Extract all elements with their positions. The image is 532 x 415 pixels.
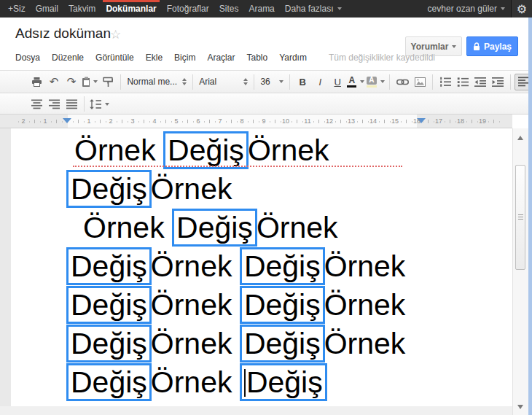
star-icon[interactable]: ☆	[110, 27, 121, 42]
document-title[interactable]: Adsız doküman	[15, 26, 111, 42]
ruler-tick	[434, 121, 434, 123]
paint-format-button[interactable]	[99, 74, 117, 90]
align-right-button[interactable]	[45, 96, 63, 112]
scroll-up-arrow-icon[interactable]	[517, 136, 523, 140]
decrease-indent-button[interactable]	[472, 74, 489, 90]
toolbar-separator	[510, 74, 511, 90]
print-button[interactable]	[28, 74, 45, 90]
bulleted-list-icon	[457, 77, 469, 88]
settings-button[interactable]: ⚙	[511, 0, 532, 18]
ruler-number: 3	[130, 117, 134, 125]
doc-line: DeğişÖrnek DeğişÖrnek	[67, 286, 405, 325]
align-center-icon	[31, 99, 42, 109]
doc-line: DeğişÖrnek	[67, 170, 405, 209]
ruler-tick	[215, 121, 216, 123]
insert-link-button[interactable]	[394, 74, 411, 90]
undo-button[interactable]: ↶	[45, 74, 63, 90]
highlight-color-icon: A	[367, 77, 377, 88]
google-top-bar: +SizGmailTakvimDokümanlarFotoğraflarSite…	[0, 0, 532, 18]
line-spacing-icon	[90, 99, 101, 109]
font-size-select[interactable]: 36	[258, 77, 286, 87]
ruler-tick	[335, 121, 336, 123]
share-button[interactable]: Paylaş	[466, 36, 518, 56]
paragraph-style-select[interactable]: Normal me...	[125, 77, 189, 87]
topbar-item-foto-raflar[interactable]: Fotoğraflar	[162, 0, 214, 18]
topbar-item-sites[interactable]: Sites	[214, 0, 244, 18]
insert-image-button[interactable]	[411, 74, 429, 90]
toolbar-separator	[120, 74, 121, 90]
bold-button[interactable]: B	[294, 74, 311, 90]
font-size-value: 36	[260, 77, 275, 87]
lock-icon	[473, 42, 480, 51]
ruler-number: 2	[109, 117, 112, 125]
ruler-tick	[40, 121, 41, 123]
font-family-select[interactable]: Arial	[197, 77, 250, 87]
menu-ara-lar[interactable]: Araçlar	[207, 53, 235, 63]
menu-d-zenle[interactable]: Düzenle	[52, 53, 84, 63]
topbar-item-daha-fazlas[interactable]: Daha fazlası	[280, 0, 347, 18]
topbar-item-gmail[interactable]: Gmail	[31, 0, 63, 18]
menu-yard-m[interactable]: Yardım	[279, 53, 307, 63]
scrollbar[interactable]	[512, 128, 528, 415]
find-match-box: Değiş	[66, 363, 152, 401]
ruler-tick	[499, 121, 500, 123]
chevron-down-icon	[105, 103, 109, 106]
underline-button[interactable]: U	[329, 74, 346, 90]
ruler-tick	[292, 121, 292, 123]
chevron-down-icon	[501, 7, 505, 10]
scroll-down-arrow-icon[interactable]	[517, 405, 523, 409]
menu-bi-im[interactable]: Biçim	[174, 53, 195, 63]
italic-button[interactable]: I	[311, 74, 329, 90]
link-icon	[396, 78, 409, 86]
text-run: Örnek	[151, 365, 240, 399]
highlight-color-button[interactable]: A	[366, 74, 386, 90]
align-center-button[interactable]	[28, 96, 45, 112]
account-menu[interactable]: cevher ozan güler	[422, 0, 511, 18]
ruler-tick	[187, 120, 188, 123]
topbar-item-arama[interactable]: Arama	[243, 0, 279, 18]
menu-dosya[interactable]: Dosya	[15, 53, 40, 63]
scrollbar-thumb[interactable]	[515, 165, 525, 270]
font-family-value: Arial	[199, 77, 238, 87]
increase-indent-button[interactable]	[489, 74, 506, 90]
ruler-tick	[237, 121, 238, 123]
justify-button[interactable]	[63, 96, 80, 112]
topbar-item-siz[interactable]: +Siz	[3, 0, 31, 18]
ruler-tick	[401, 121, 402, 123]
ruler-number: 9	[262, 117, 265, 125]
menu-ekle[interactable]: Ekle	[146, 53, 163, 63]
doc-line: Örnek DeğişÖrnek	[67, 209, 405, 247]
topbar-item-takvim[interactable]: Takvim	[63, 0, 101, 18]
menu-g-r-nt-le[interactable]: Görüntüle	[95, 53, 134, 63]
text-color-button[interactable]: A	[346, 74, 365, 90]
redo-button[interactable]: ↷	[63, 74, 80, 90]
numbered-list-button[interactable]	[437, 74, 454, 90]
document-page[interactable]: Örnek DeğişÖrnekDeğişÖrnekÖrnek DeğişÖrn…	[11, 128, 512, 415]
ruler-tick	[193, 121, 194, 123]
ruler-tick	[253, 120, 254, 123]
ruler-tick	[379, 121, 380, 123]
toolbar-separator	[289, 74, 290, 90]
ruler-number: 7	[218, 117, 222, 125]
ruler-tick	[302, 121, 303, 123]
paste-button[interactable]	[80, 74, 99, 90]
text-run: Örnek	[74, 133, 164, 167]
ruler-number: 16	[413, 117, 420, 125]
ruler-tick	[472, 120, 472, 123]
left-indent-marker[interactable]	[63, 118, 71, 123]
doc-line: DeğişÖrnek DeğişÖrnek	[67, 325, 405, 363]
comments-button-label: Yorumlar	[411, 42, 449, 52]
doc-line: DeğişÖrnek Değiş	[67, 363, 405, 402]
ruler-tick	[95, 121, 95, 123]
chevron-down-icon	[279, 80, 283, 83]
ruler-number: 2	[21, 117, 25, 125]
numbered-list-icon	[439, 77, 451, 88]
menu-tablo[interactable]: Tablo	[246, 53, 267, 63]
ruler-tick	[106, 121, 106, 123]
topbar-item-dok-manlar[interactable]: Dokümanlar	[101, 0, 161, 18]
text-run: Örnek	[151, 327, 240, 360]
bulleted-list-button[interactable]	[454, 74, 472, 90]
find-match-box: Değiş	[240, 325, 325, 362]
ruler-number: 12	[326, 117, 333, 125]
line-spacing-button[interactable]	[88, 96, 111, 112]
